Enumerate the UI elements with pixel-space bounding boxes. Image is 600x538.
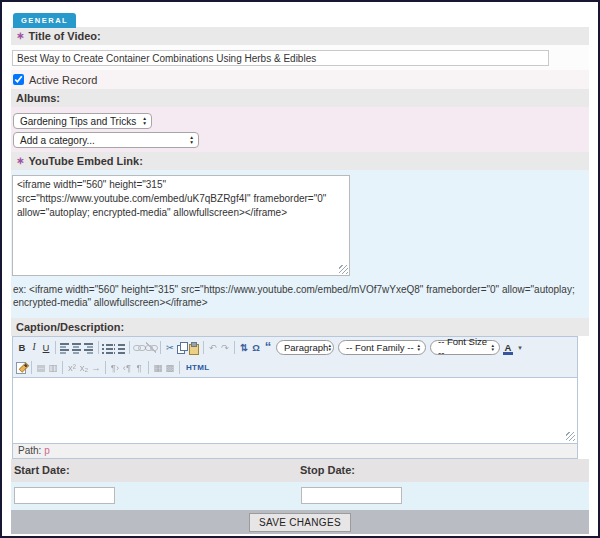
albums-label-bar: Albums: <box>11 89 589 107</box>
sort-arrows-icon[interactable]: ⇅ <box>238 340 250 355</box>
redo-icon: ↷ <box>219 340 231 355</box>
font-family-select[interactable]: -- Font Family --▴▾ <box>338 340 426 355</box>
caption-label: Caption/Description: <box>16 318 124 336</box>
embed-label: YouTube Embed Link: <box>28 152 142 170</box>
html-source-button[interactable]: HTML <box>186 363 209 372</box>
italic-icon[interactable]: I <box>28 340 40 355</box>
resize-handle-icon[interactable] <box>566 432 575 441</box>
title-label-bar: ∗ Title of Video: <box>11 27 589 45</box>
color-dropdown-icon[interactable]: ▾ <box>514 340 526 355</box>
save-changes-button[interactable]: SAVE CHANGES <box>249 513 351 532</box>
toolbar-separator <box>148 361 149 374</box>
embed-example-text: ex: <iframe width="560" height="315" src… <box>12 276 589 309</box>
title-input-row <box>11 45 589 70</box>
active-record-row: Active Record <box>11 70 589 89</box>
title-label: Title of Video: <box>28 27 100 45</box>
undo-icon: ↶ <box>207 340 219 355</box>
toolbar-separator <box>179 361 180 374</box>
cell-props-icon: ▩ <box>164 360 176 375</box>
embed-section: <iframe width="560" height="315" src="ht… <box>11 170 589 318</box>
select-arrows-icon: ▴▾ <box>190 135 193 144</box>
underline-icon[interactable]: U <box>40 340 52 355</box>
album-select[interactable]: Gardening Tips and Tricks ▴▾ <box>13 113 152 129</box>
caption-label-bar: Caption/Description: <box>11 318 589 336</box>
insert-image-icon: ▤ <box>35 360 47 375</box>
add-category-value: Add a category... <box>20 135 95 146</box>
visual-chars-icon: ¶ <box>133 360 145 375</box>
albums-section: Gardening Tips and Tricks ▴▾ Add a categ… <box>11 107 589 152</box>
copy-icon[interactable] <box>176 340 188 355</box>
text-color-icon[interactable]: A <box>502 340 514 355</box>
tab-bar: GENERAL <box>11 9 589 27</box>
toolbar-separator <box>234 341 235 354</box>
indent-icon: → <box>90 360 102 375</box>
required-icon: ∗ <box>16 152 24 170</box>
format-select[interactable]: Paragraph▴▾ <box>276 340 334 355</box>
select-arrows-icon: ▴▾ <box>491 343 494 351</box>
numbered-list-icon[interactable] <box>114 340 126 355</box>
active-record-checkbox[interactable] <box>13 74 24 85</box>
tab-general[interactable]: GENERAL <box>13 13 76 28</box>
font-size-select[interactable]: -- Font Size --▴▾ <box>430 340 500 355</box>
date-inputs-row <box>11 482 589 510</box>
start-date-label: Start Date: <box>14 464 70 476</box>
toolbar-separator <box>203 341 204 354</box>
toolbar-separator <box>160 341 161 354</box>
start-date-input[interactable] <box>14 487 115 504</box>
superscript-icon: x² <box>66 360 78 375</box>
editor-content-area[interactable] <box>13 377 577 444</box>
insert-media-icon: ▥ <box>47 360 59 375</box>
form-window: GENERAL ∗ Title of Video: Active Record … <box>0 0 600 538</box>
embed-label-bar: ∗ YouTube Embed Link: <box>11 152 589 170</box>
toolbar-separator <box>62 361 63 374</box>
active-record-label: Active Record <box>29 74 97 86</box>
editor-toolbar-row1: BIU✂↶↷⇅Ω“Paragraph▴▾-- Font Family --▴▾-… <box>13 337 577 357</box>
editor-path-bar: Path:p <box>13 444 577 458</box>
special-char-icon[interactable]: Ω <box>250 340 262 355</box>
link-icon <box>133 340 145 355</box>
title-input[interactable] <box>12 50 549 66</box>
resize-handle-icon[interactable] <box>339 265 348 274</box>
album-select-value: Gardening Tips and Tricks <box>20 116 136 127</box>
toolbar-separator <box>98 341 99 354</box>
albums-label: Albums: <box>16 89 60 107</box>
path-value[interactable]: p <box>44 445 50 456</box>
embed-textarea[interactable]: <iframe width="560" height="315" src="ht… <box>12 175 350 276</box>
stop-date-input[interactable] <box>301 487 402 504</box>
bullet-list-icon[interactable] <box>102 340 114 355</box>
select-arrows-icon: ▴▾ <box>143 116 146 125</box>
save-bar: SAVE CHANGES <box>11 510 589 534</box>
add-category-select[interactable]: Add a category... ▴▾ <box>13 132 199 148</box>
blockquote-icon[interactable]: “ <box>262 340 274 355</box>
rich-text-editor: BIU✂↶↷⇅Ω“Paragraph▴▾-- Font Family --▴▾-… <box>12 336 578 459</box>
date-labels-bar: Start Date: Stop Date: <box>11 459 589 482</box>
align-center-icon[interactable] <box>71 340 83 355</box>
toolbar-separator <box>129 341 130 354</box>
subscript-icon: x₂ <box>78 360 90 375</box>
path-label: Path: <box>18 445 41 456</box>
bold-icon[interactable]: B <box>16 340 28 355</box>
table-icon: ▦ <box>152 360 164 375</box>
paste-icon[interactable] <box>188 340 200 355</box>
select-arrows-icon: ▴▾ <box>417 343 420 351</box>
unlink-icon <box>145 340 157 355</box>
rtl-icon: ‹¶ <box>121 360 133 375</box>
stop-date-label: Stop Date: <box>300 459 355 482</box>
ltr-icon: ¶› <box>109 360 121 375</box>
align-left-icon[interactable] <box>59 340 71 355</box>
edit-html-icon[interactable] <box>16 360 28 375</box>
editor-toolbar-row2: ▤▥x²x₂→¶›‹¶¶▦▩HTML <box>13 357 577 377</box>
video-edit-form: GENERAL ∗ Title of Video: Active Record … <box>11 9 589 534</box>
align-right-icon[interactable] <box>83 340 95 355</box>
required-icon: ∗ <box>16 27 24 45</box>
select-arrows-icon: ▴▾ <box>328 343 331 351</box>
toolbar-separator <box>55 341 56 354</box>
toolbar-separator <box>105 361 106 374</box>
toolbar-separator <box>31 361 32 374</box>
cut-icon[interactable]: ✂ <box>164 340 176 355</box>
